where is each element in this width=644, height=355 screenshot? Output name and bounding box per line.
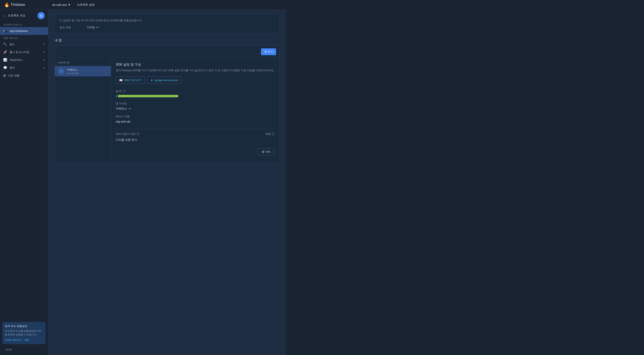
sidebar-item-app-distribution[interactable]: 📲 App Distribution [0,27,48,35]
app-avatar: 👤 [58,68,64,74]
add-app-button[interactable]: 앱 추가 [261,48,276,55]
firebase-flame-icon: 🔥 [4,2,10,8]
sha-type-label-row: 유형 ⓘ [265,132,274,136]
topbar: 🔥 Firebase [0,0,48,10]
sidebar: 🔥 Firebase ⌂ 프로젝트 개요 ⚙ 프로젝트 바로가기 📲 App D… [0,0,48,355]
sdk-buttons: 📖 SDK 안내 보기 ⬇ google-services.json [116,76,274,84]
build-label: 빌드 [10,42,15,46]
app-id-info-icon[interactable]: ⓘ [123,90,126,93]
sha-header: SHA 인증서 지문 ⓘ 유형 ⓘ [116,132,274,136]
environment-section: 이 설정은 앱 수명 주기의 여러 단계에 맞게 프로젝트를 맞춤설정합니다. … [54,14,280,34]
nickname-edit-icon[interactable]: ✏ [128,107,131,111]
grid-icon: ⊞ [3,74,6,78]
sdk-guide-button[interactable]: 📖 SDK 안내 보기 [116,76,145,84]
release-icon: 🚀 [3,50,7,54]
package-section: 패키지 이름 org.swm.att [116,115,274,123]
app-id-label: 앱 ID [116,90,122,93]
promo-title: 탐색 메뉴 맞춤설정 [5,324,43,328]
page-title: 프로젝트 설정 [77,3,95,6]
sdk-description: 앱의 Firebase SDK를 다시 구성해야 하나요? SDK 설정 안내를… [116,68,274,72]
sidebar-item-all-products[interactable]: ⊞ 모든 제품 [0,72,48,80]
sha-info-icon[interactable]: ⓘ [136,132,140,136]
env-value: 미지정 ✏ [87,26,99,29]
sha-label-row: SHA 인증서 지문 ⓘ [116,132,140,136]
app-package: org.swm.att [67,72,108,74]
add-fingerprint: 디지털 지문 추가 [116,138,274,142]
app-info: 카페포스 org.swm.att [67,68,108,74]
build-chevron-icon: ▾ [44,43,45,46]
engage-label: 참여 [10,66,15,70]
sidebar-item-engage[interactable]: 💬 참여 ▾ [0,64,48,72]
home-icon: ⌂ [3,14,6,18]
promo-confirm-link[interactable]: 확인 [25,338,30,342]
analytics-label: 애널리틱스 [10,58,23,62]
build-icon: 🔨 [3,42,7,46]
sdk-panel: SDK 설정 및 구성 앱의 Firebase SDK를 다시 구성해야 하나요… [111,58,279,164]
app-avatar-icon: 👤 [60,70,63,73]
engage-chevron-icon: ▾ [44,66,45,69]
engage-left: 💬 참여 [3,66,15,70]
download-label: google-services.json [155,78,178,82]
content-area: 이 설정은 앱 수명 주기의 여러 단계에 맞게 프로젝트를 맞춤설정합니다. … [48,10,286,355]
nickname-section: 앱 닉네임 카페포스 ✏ [116,102,274,111]
all-products-label: 모든 제품 [8,74,20,78]
android-section-label: Android 앱 [55,60,111,66]
sha-section: SHA 인증서 지문 ⓘ 유형 ⓘ 디지털 지문 추가 [116,129,274,142]
package-label-row: 패키지 이름 [116,115,274,118]
package-value: org.swm.att [116,120,274,123]
delete-app-section: 앱 삭제 [116,145,274,159]
apps-body: Android 앱 👤 카페포스 org.swm.att [55,58,279,164]
shortcuts-section-label: 프로젝트 바로가기 [0,22,48,27]
promo-text: 이제 탐색 메뉴를 맞춤설정하여 콘솔 환경에 집중할 수 있습니다. [5,329,43,336]
my-apps-title: 내 앱 [54,38,280,42]
apps-container: 앱 추가 Android 앱 👤 카페포스 org.swm.att [54,46,280,164]
download-icon: ⬇ [151,78,153,82]
spark-label: Spark [2,346,46,352]
product-section-label: 제품 카테고리 [0,35,48,40]
download-config-button[interactable]: ⬇ google-services.json [147,76,182,84]
sha-type-info-icon[interactable]: ⓘ [272,132,274,136]
sidebar-promo-card: 탐색 메뉴 맞춤설정 이제 탐색 메뉴를 맞춤설정하여 콘솔 환경에 집중할 수… [2,322,46,344]
nickname-value-row: 카페포스 ✏ [116,107,274,111]
sidebar-item-release[interactable]: 🚀 출시 및 모니터링 ▾ [0,48,48,56]
env-value-text: 미지정 [87,26,95,29]
app-distribution-icon: 📲 [3,29,7,33]
sidebar-item-analytics[interactable]: 📊 애널리틱스 ▾ [0,56,48,64]
gear-icon: ⚙ [40,14,42,18]
project-name-label: att-cafe-pos [52,3,67,6]
app-id-section: 앱 ID ⓘ 1 [116,90,274,98]
sdk-guide-label: SDK 안내 보기 [124,78,142,82]
promo-learn-more-link[interactable]: 자세히 알아보기 [5,338,22,342]
env-description: 이 설정은 앱 수명 주기의 여러 단계에 맞게 프로젝트를 맞춤설정합니다. [60,19,274,22]
firebase-logo: 🔥 Firebase [4,2,25,8]
package-label: 패키지 이름 [116,115,130,118]
analytics-icon: 📊 [3,58,7,62]
firebase-brand-label: Firebase [11,2,25,7]
app-list: Android 앱 👤 카페포스 org.swm.att [55,58,111,164]
book-icon: 📖 [119,78,122,82]
home-nav-item[interactable]: ⌂ 프로젝트 개요 ⚙ [0,10,48,22]
settings-button[interactable]: ⚙ [38,12,45,19]
app-distribution-label: App Distribution [10,30,28,32]
app-id-number: 1 [116,95,117,98]
app-name: 카페포스 [67,68,108,72]
env-type-row: 환경 유형 미지정 ✏ [60,26,274,29]
build-left: 🔨 빌드 [3,42,15,46]
nickname-value: 카페포스 [116,107,127,110]
nickname-label: 앱 닉네임 [116,102,127,105]
analytics-left: 📊 애널리틱스 [3,58,23,62]
sidebar-item-build[interactable]: 🔨 빌드 ▾ [0,40,48,48]
main-wrapper: att-cafe-pos ▼ 프로젝트 설정 이 설정은 앱 수명 주기의 여러… [48,0,286,355]
env-type-label: 환경 유형 [60,26,84,29]
app-id-bar [118,95,178,97]
delete-app-button[interactable]: 앱 삭제 [258,148,274,156]
env-edit-icon[interactable]: ✏ [96,26,99,29]
app-list-item[interactable]: 👤 카페포스 org.swm.att [55,66,111,76]
release-left: 🚀 출시 및 모니터링 [3,50,29,54]
analytics-chevron-icon: ▾ [44,58,45,61]
project-selector[interactable]: att-cafe-pos ▼ [52,3,70,6]
app-id-label-row: 앱 ID ⓘ [116,90,274,93]
engage-icon: 💬 [3,66,7,70]
sha-type-text: 유형 [265,132,270,136]
main-topbar: att-cafe-pos ▼ 프로젝트 설정 [48,0,286,10]
